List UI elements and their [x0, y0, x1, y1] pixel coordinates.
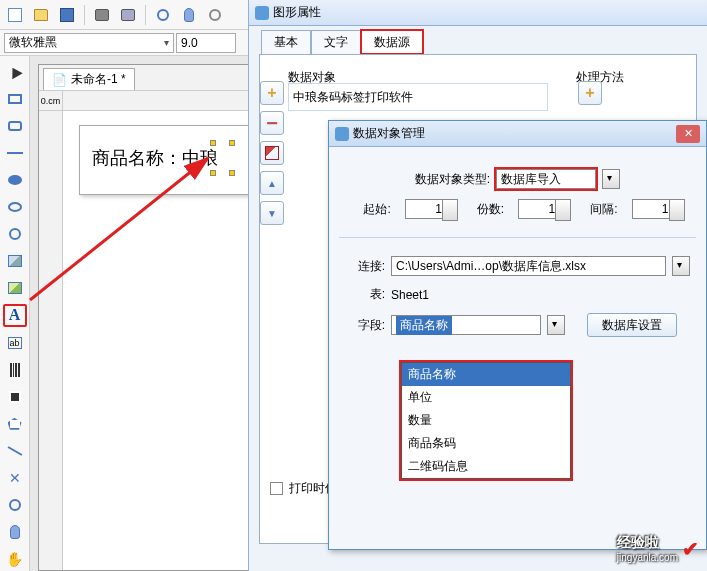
qrcode-tool[interactable] [3, 385, 27, 408]
method-button-col: + [578, 81, 602, 105]
line-tool[interactable] [3, 141, 27, 164]
db-tool[interactable] [3, 521, 27, 544]
settings-button[interactable] [204, 4, 226, 26]
watermark-url: jingyanla.com [617, 552, 678, 563]
zoom-tool[interactable] [3, 494, 27, 517]
field-option[interactable]: 数量 [402, 409, 570, 432]
text-tool[interactable]: A [3, 304, 27, 327]
start-label: 起始: [363, 201, 390, 218]
panel-icon [255, 6, 269, 20]
ruler-corner: 0.cm [39, 91, 63, 111]
line2-tool[interactable] [3, 439, 27, 462]
barcode-tool[interactable] [3, 358, 27, 381]
field-dropdown-button[interactable] [547, 315, 565, 335]
zoom-button[interactable] [152, 4, 174, 26]
type-value-box: 数据库导入 [496, 169, 596, 189]
move-up-button[interactable] [260, 171, 284, 195]
interval-spinner[interactable]: 1 [632, 199, 672, 219]
prop-panel-title-bar: 图形属性 [249, 0, 707, 26]
table-value: Sheet1 [391, 288, 429, 302]
count-spinner[interactable]: 1 [518, 199, 558, 219]
text-object[interactable]: 商品名称：中琅 [92, 146, 218, 170]
watermark-text: 经验啦 [617, 534, 659, 550]
rounded-rect-tool[interactable] [3, 114, 27, 137]
picture-tool[interactable] [3, 277, 27, 300]
label-page: 商品名称：中琅 [79, 125, 259, 195]
dlg-title-bar[interactable]: 数据对象管理 ✕ [329, 121, 706, 147]
side-toolbox: A ab ✕ ✋ [0, 56, 30, 571]
new-file-button[interactable] [4, 4, 26, 26]
pointer-tool[interactable] [3, 60, 27, 83]
table-label: 表: [345, 286, 385, 303]
font-size-value: 9.0 [181, 36, 198, 50]
interval-label: 间隔: [590, 201, 617, 218]
type-value: 数据库导入 [501, 171, 561, 188]
add-data-obj-button[interactable]: + [260, 81, 284, 105]
font-family-select[interactable]: 微软雅黑 [4, 33, 174, 53]
db-settings-button[interactable]: 数据库设置 [587, 313, 677, 337]
watermark-check-icon: ✔ [682, 537, 699, 561]
ruler-vertical [39, 111, 63, 570]
add-method-button[interactable]: + [578, 81, 602, 105]
image-tool[interactable] [3, 250, 27, 273]
connection-dropdown-button[interactable] [672, 256, 690, 276]
font-size-select[interactable]: 9.0 [176, 33, 236, 53]
field-value: 商品名称 [396, 316, 452, 335]
prop-panel-title: 图形属性 [273, 4, 321, 21]
connection-value: C:\Users\Admi…op\数据库信息.xlsx [396, 258, 586, 275]
doc-icon: 📄 [52, 73, 67, 87]
start-spinner[interactable]: 1 [405, 199, 445, 219]
move-down-button[interactable] [260, 201, 284, 225]
field-option[interactable]: 商品名称 [402, 363, 570, 386]
dlg-close-button[interactable]: ✕ [676, 125, 700, 143]
connection-select[interactable]: C:\Users\Admi…op\数据库信息.xlsx [391, 256, 666, 276]
oval-tool[interactable] [3, 195, 27, 218]
type-label: 数据对象类型: [415, 171, 490, 188]
filled-oval-tool[interactable] [3, 168, 27, 191]
print-preview-button[interactable] [117, 4, 139, 26]
selection-handle[interactable] [229, 140, 235, 146]
dlg-title: 数据对象管理 [353, 125, 425, 142]
database-button[interactable] [178, 4, 200, 26]
tab-datasource[interactable]: 数据源 [361, 30, 423, 54]
edit-data-obj-button[interactable] [260, 141, 284, 165]
count-label: 份数: [477, 201, 504, 218]
watermark: 经验啦 jingyanla.com ✔ [617, 534, 699, 563]
field-option[interactable]: 单位 [402, 386, 570, 409]
conn-label: 连接: [345, 258, 385, 275]
tab-text[interactable]: 文字 [311, 30, 361, 54]
type-dropdown-button[interactable] [602, 169, 620, 189]
polygon-tool[interactable] [3, 412, 27, 435]
data-obj-button-col: + − [260, 81, 284, 225]
print-button[interactable] [91, 4, 113, 26]
font-family-value: 微软雅黑 [9, 34, 57, 51]
field-option[interactable]: 商品条码 [402, 432, 570, 455]
circle-tool[interactable] [3, 223, 27, 246]
selection-handle[interactable] [210, 140, 216, 146]
save-file-button[interactable] [56, 4, 78, 26]
selection-handle[interactable] [229, 170, 235, 176]
data-obj-listbox[interactable]: 中琅条码标签打印软件 [288, 83, 548, 111]
remove-data-obj-button[interactable]: − [260, 111, 284, 135]
document-tab-title: 未命名-1 * [71, 71, 126, 88]
field-select[interactable]: 商品名称 [391, 315, 541, 335]
field-dropdown-list: 商品名称 单位 数量 商品条码 二维码信息 [401, 362, 571, 479]
open-file-button[interactable] [30, 4, 52, 26]
hand-tool[interactable]: ✋ [3, 548, 27, 571]
data-obj-value: 中琅条码标签打印软件 [293, 89, 413, 106]
prop-tabs: 基本 文字 数据源 [249, 26, 707, 54]
field-label: 字段: [345, 317, 385, 334]
rectangle-tool[interactable] [3, 87, 27, 110]
field-option[interactable]: 二维码信息 [402, 455, 570, 478]
tab-basic[interactable]: 基本 [261, 30, 311, 54]
document-tab[interactable]: 📄 未命名-1 * [43, 68, 135, 90]
close-x-tool[interactable]: ✕ [3, 467, 27, 490]
selection-handle[interactable] [210, 170, 216, 176]
data-object-management-dialog: 数据对象管理 ✕ 数据对象类型: 数据库导入 起始: 1 份数: 1 间隔: 1… [328, 120, 707, 550]
print-save-checkbox[interactable] [270, 482, 283, 495]
rich-text-tool[interactable]: ab [3, 331, 27, 354]
dlg-icon [335, 127, 349, 141]
